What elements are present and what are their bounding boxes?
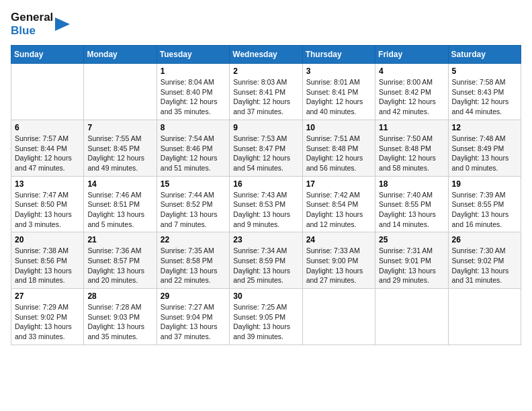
calendar-cell: 15Sunrise: 7:44 AMSunset: 8:52 PMDayligh…	[157, 176, 229, 232]
day-number: 2	[233, 66, 298, 76]
logo-line2: Blue	[11, 24, 53, 38]
day-info: Sunrise: 7:25 AMSunset: 9:05 PMDaylight:…	[233, 302, 298, 342]
calendar-cell	[375, 289, 448, 345]
day-number: 19	[452, 179, 517, 189]
calendar-cell: 25Sunrise: 7:31 AMSunset: 9:01 PMDayligh…	[375, 232, 448, 289]
day-number: 22	[161, 235, 226, 244]
day-info: Sunrise: 8:01 AMSunset: 8:41 PMDaylight:…	[306, 77, 371, 117]
calendar-cell: 26Sunrise: 7:30 AMSunset: 9:02 PMDayligh…	[448, 232, 521, 289]
day-info: Sunrise: 7:50 AMSunset: 8:48 PMDaylight:…	[379, 134, 444, 173]
day-info: Sunrise: 7:47 AMSunset: 8:50 PMDaylight:…	[15, 190, 80, 230]
day-info: Sunrise: 7:30 AMSunset: 9:02 PMDaylight:…	[452, 246, 517, 285]
day-info: Sunrise: 8:03 AMSunset: 8:41 PMDaylight:…	[233, 77, 298, 117]
calendar-cell: 17Sunrise: 7:42 AMSunset: 8:54 PMDayligh…	[302, 176, 375, 232]
day-number: 9	[233, 123, 298, 132]
day-number: 3	[306, 66, 371, 76]
day-number: 29	[161, 291, 226, 301]
day-number: 1	[161, 66, 226, 76]
calendar-cell: 1Sunrise: 8:04 AMSunset: 8:40 PMDaylight…	[157, 64, 229, 120]
day-number: 21	[87, 235, 152, 244]
calendar-cell: 19Sunrise: 7:39 AMSunset: 8:55 PMDayligh…	[448, 176, 521, 232]
calendar-cell: 29Sunrise: 7:27 AMSunset: 9:04 PMDayligh…	[157, 289, 229, 345]
day-number: 26	[452, 235, 517, 244]
header: General Blue	[11, 11, 521, 37]
day-number: 14	[87, 179, 152, 189]
calendar-cell	[448, 289, 521, 345]
day-info: Sunrise: 7:38 AMSunset: 8:56 PMDaylight:…	[15, 246, 80, 285]
calendar-cell: 13Sunrise: 7:47 AMSunset: 8:50 PMDayligh…	[11, 176, 84, 232]
day-number: 7	[87, 123, 152, 132]
day-info: Sunrise: 7:42 AMSunset: 8:54 PMDaylight:…	[306, 190, 371, 230]
calendar-week-row: 1Sunrise: 8:04 AMSunset: 8:40 PMDaylight…	[11, 64, 521, 120]
day-number: 13	[15, 179, 80, 189]
day-number: 4	[379, 66, 444, 76]
calendar-cell: 18Sunrise: 7:40 AMSunset: 8:55 PMDayligh…	[375, 176, 448, 232]
day-info: Sunrise: 7:54 AMSunset: 8:46 PMDaylight:…	[161, 134, 226, 173]
day-info: Sunrise: 7:44 AMSunset: 8:52 PMDaylight:…	[161, 190, 226, 230]
calendar-cell: 28Sunrise: 7:28 AMSunset: 9:03 PMDayligh…	[84, 289, 157, 345]
calendar-cell: 10Sunrise: 7:51 AMSunset: 8:48 PMDayligh…	[302, 120, 375, 176]
calendar-cell: 14Sunrise: 7:46 AMSunset: 8:51 PMDayligh…	[84, 176, 157, 232]
calendar-cell: 16Sunrise: 7:43 AMSunset: 8:53 PMDayligh…	[230, 176, 302, 232]
day-number: 12	[452, 123, 517, 132]
day-number: 30	[233, 291, 298, 301]
weekday-header: Saturday	[448, 46, 521, 64]
calendar-cell: 21Sunrise: 7:36 AMSunset: 8:57 PMDayligh…	[84, 232, 157, 289]
day-info: Sunrise: 7:29 AMSunset: 9:02 PMDaylight:…	[15, 302, 80, 342]
day-number: 20	[15, 235, 80, 244]
logo-line1: General	[11, 11, 53, 24]
day-info: Sunrise: 7:43 AMSunset: 8:53 PMDaylight:…	[233, 190, 298, 230]
weekday-header: Sunday	[11, 46, 84, 64]
day-number: 11	[379, 123, 444, 132]
day-info: Sunrise: 7:58 AMSunset: 8:43 PMDaylight:…	[452, 77, 517, 117]
calendar-week-row: 6Sunrise: 7:57 AMSunset: 8:44 PMDaylight…	[11, 120, 521, 176]
calendar-cell: 24Sunrise: 7:33 AMSunset: 9:00 PMDayligh…	[302, 232, 375, 289]
calendar-cell: 7Sunrise: 7:55 AMSunset: 8:45 PMDaylight…	[84, 120, 157, 176]
day-info: Sunrise: 7:46 AMSunset: 8:51 PMDaylight:…	[87, 190, 152, 230]
calendar-cell: 20Sunrise: 7:38 AMSunset: 8:56 PMDayligh…	[11, 232, 84, 289]
day-info: Sunrise: 7:28 AMSunset: 9:03 PMDaylight:…	[87, 302, 152, 342]
weekday-header: Thursday	[302, 46, 375, 64]
calendar-cell: 30Sunrise: 7:25 AMSunset: 9:05 PMDayligh…	[230, 289, 302, 345]
calendar-cell: 12Sunrise: 7:48 AMSunset: 8:49 PMDayligh…	[448, 120, 521, 176]
calendar-cell: 23Sunrise: 7:34 AMSunset: 8:59 PMDayligh…	[230, 232, 302, 289]
weekday-header: Friday	[375, 46, 448, 64]
day-info: Sunrise: 7:40 AMSunset: 8:55 PMDaylight:…	[379, 190, 444, 230]
calendar-cell: 9Sunrise: 7:53 AMSunset: 8:47 PMDaylight…	[230, 120, 302, 176]
calendar-cell: 4Sunrise: 8:00 AMSunset: 8:42 PMDaylight…	[375, 64, 448, 120]
day-number: 8	[161, 123, 226, 132]
day-info: Sunrise: 7:35 AMSunset: 8:58 PMDaylight:…	[161, 246, 226, 285]
svg-marker-0	[55, 17, 70, 31]
calendar-cell: 3Sunrise: 8:01 AMSunset: 8:41 PMDaylight…	[302, 64, 375, 120]
weekday-header: Monday	[84, 46, 157, 64]
day-number: 18	[379, 179, 444, 189]
calendar-cell	[11, 64, 84, 120]
calendar-cell	[84, 64, 157, 120]
calendar-cell	[302, 289, 375, 345]
day-info: Sunrise: 8:00 AMSunset: 8:42 PMDaylight:…	[379, 77, 444, 117]
day-info: Sunrise: 7:36 AMSunset: 8:57 PMDaylight:…	[87, 246, 152, 285]
weekday-header: Tuesday	[157, 46, 229, 64]
day-info: Sunrise: 8:04 AMSunset: 8:40 PMDaylight:…	[161, 77, 226, 117]
calendar-cell: 2Sunrise: 8:03 AMSunset: 8:41 PMDaylight…	[230, 64, 302, 120]
day-info: Sunrise: 7:31 AMSunset: 9:01 PMDaylight:…	[379, 246, 444, 285]
calendar-table: SundayMondayTuesdayWednesdayThursdayFrid…	[11, 45, 521, 345]
calendar-week-row: 27Sunrise: 7:29 AMSunset: 9:02 PMDayligh…	[11, 289, 521, 345]
weekday-header: Wednesday	[230, 46, 302, 64]
day-number: 17	[306, 179, 371, 189]
day-number: 15	[161, 179, 226, 189]
day-number: 24	[306, 235, 371, 244]
day-info: Sunrise: 7:34 AMSunset: 8:59 PMDaylight:…	[233, 246, 298, 285]
day-info: Sunrise: 7:33 AMSunset: 9:00 PMDaylight:…	[306, 246, 371, 285]
calendar-cell: 6Sunrise: 7:57 AMSunset: 8:44 PMDaylight…	[11, 120, 84, 176]
calendar-cell: 8Sunrise: 7:54 AMSunset: 8:46 PMDaylight…	[157, 120, 229, 176]
day-info: Sunrise: 7:48 AMSunset: 8:49 PMDaylight:…	[452, 134, 517, 173]
logo: General Blue	[11, 11, 70, 37]
day-number: 10	[306, 123, 371, 132]
day-number: 16	[233, 179, 298, 189]
day-number: 28	[87, 291, 152, 301]
day-info: Sunrise: 7:55 AMSunset: 8:45 PMDaylight:…	[87, 134, 152, 173]
calendar-cell: 5Sunrise: 7:58 AMSunset: 8:43 PMDaylight…	[448, 64, 521, 120]
day-info: Sunrise: 7:57 AMSunset: 8:44 PMDaylight:…	[15, 134, 80, 173]
calendar-week-row: 13Sunrise: 7:47 AMSunset: 8:50 PMDayligh…	[11, 176, 521, 232]
